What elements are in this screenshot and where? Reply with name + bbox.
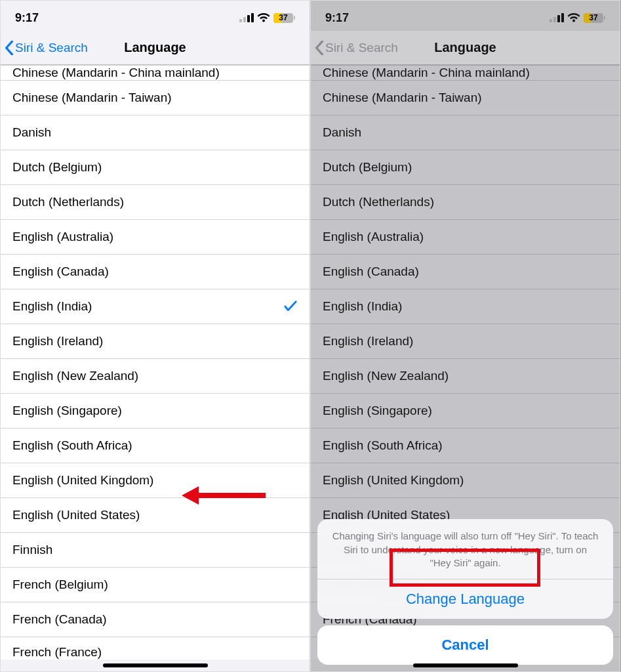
list-item[interactable]: Dutch (Netherlands): [311, 185, 620, 220]
list-item[interactable]: English (Ireland): [311, 324, 620, 359]
language-label: French (Belgium): [12, 578, 108, 592]
language-label: English (Australia): [323, 230, 424, 244]
list-item[interactable]: English (Australia): [311, 220, 620, 255]
language-label: English (Australia): [12, 230, 113, 244]
checkmark-icon: [283, 299, 298, 314]
list-item[interactable]: Danish: [311, 116, 620, 150]
page-title: Language: [124, 40, 186, 55]
list-item[interactable]: English (Singapore): [1, 394, 310, 429]
back-button[interactable]: Siri & Search: [315, 31, 398, 64]
action-sheet: Changing Siri's language will also turn …: [317, 519, 613, 665]
language-label: English (India): [323, 299, 402, 314]
language-label: Chinese (Mandarin - Taiwan): [323, 91, 482, 105]
cellular-icon: [239, 13, 254, 22]
language-label: Finnish: [12, 543, 52, 557]
back-label: Siri & Search: [325, 41, 398, 55]
list-item[interactable]: English (Australia): [1, 220, 310, 255]
list-item[interactable]: English (South Africa): [1, 429, 310, 463]
language-label: English (United Kingdom): [323, 473, 464, 488]
language-list[interactable]: Chinese (Mandarin - China mainland)Chine…: [1, 65, 310, 660]
language-label: English (South Africa): [323, 438, 443, 453]
status-icons: 37: [239, 13, 295, 23]
language-label: French (France): [12, 645, 102, 660]
list-item[interactable]: French (France): [1, 637, 310, 660]
language-label: English (India): [12, 299, 92, 314]
language-label: English (New Zealand): [12, 369, 138, 383]
language-label: Dutch (Belgium): [12, 160, 102, 175]
sheet-group: Changing Siri's language will also turn …: [317, 519, 613, 619]
list-item[interactable]: Chinese (Mandarin - China mainland): [1, 65, 310, 81]
list-item[interactable]: French (Belgium): [1, 568, 310, 602]
statusbar: 9:17 37: [1, 1, 310, 31]
change-language-button[interactable]: Change Language: [317, 579, 613, 619]
wifi-icon: [257, 13, 270, 23]
language-label: English (Singapore): [323, 404, 432, 418]
language-label: English (Ireland): [12, 334, 103, 348]
chevron-left-icon: [5, 41, 14, 55]
language-label: French (Canada): [12, 612, 107, 627]
battery-icon: 37: [584, 13, 605, 23]
home-indicator[interactable]: [413, 663, 518, 667]
language-label: Danish: [323, 125, 361, 140]
nav-header: Siri & Search Language: [311, 31, 620, 65]
battery-level: 37: [584, 13, 603, 22]
list-item[interactable]: English (Canada): [311, 255, 620, 289]
list-item[interactable]: Danish: [1, 116, 310, 150]
screen-right: 9:17 37 Siri & Search Language Chinese (…: [310, 0, 620, 672]
list-item[interactable]: Chinese (Mandarin - China mainland): [311, 65, 620, 81]
wifi-icon: [567, 13, 580, 23]
list-item[interactable]: English (New Zealand): [1, 359, 310, 394]
time-label: 9:17: [15, 11, 39, 25]
list-item[interactable]: Dutch (Belgium): [311, 150, 620, 185]
statusbar: 9:17 37: [311, 1, 620, 31]
list-item[interactable]: English (South Africa): [311, 429, 620, 463]
nav-header: Siri & Search Language: [1, 31, 310, 65]
language-label: Dutch (Netherlands): [12, 195, 124, 209]
language-label: English (Ireland): [323, 334, 413, 348]
cellular-icon: [550, 13, 564, 22]
language-label: English (South Africa): [12, 438, 132, 453]
language-label: English (Canada): [323, 264, 419, 279]
list-item[interactable]: Dutch (Netherlands): [1, 185, 310, 220]
status-icons: 37: [550, 13, 605, 23]
list-item[interactable]: English (United States): [1, 498, 310, 533]
list-item[interactable]: English (Canada): [1, 255, 310, 289]
language-label: English (New Zealand): [323, 369, 449, 383]
language-label: Chinese (Mandarin - Taiwan): [12, 91, 172, 105]
list-item[interactable]: French (Canada): [1, 602, 310, 637]
list-item[interactable]: English (Singapore): [311, 394, 620, 429]
screen-left: 9:17 37 Siri & Search Language Chinese (…: [0, 0, 310, 672]
sheet-message: Changing Siri's language will also turn …: [317, 519, 613, 579]
home-indicator[interactable]: [103, 663, 208, 667]
cancel-button[interactable]: Cancel: [317, 625, 613, 665]
language-label: Dutch (Netherlands): [323, 195, 434, 209]
language-label: English (Canada): [12, 264, 109, 279]
list-item[interactable]: Dutch (Belgium): [1, 150, 310, 185]
back-label: Siri & Search: [15, 41, 88, 55]
list-item[interactable]: English (United Kingdom): [1, 463, 310, 498]
back-button[interactable]: Siri & Search: [5, 31, 88, 64]
list-item[interactable]: Chinese (Mandarin - Taiwan): [1, 81, 310, 116]
list-item[interactable]: English (New Zealand): [311, 359, 620, 394]
language-label: Dutch (Belgium): [323, 160, 412, 175]
battery-level: 37: [273, 13, 293, 22]
list-item[interactable]: Finnish: [1, 533, 310, 568]
language-label: Chinese (Mandarin - China mainland): [323, 66, 530, 80]
cancel-group: Cancel: [317, 625, 613, 665]
time-label: 9:17: [325, 11, 349, 25]
page-title: Language: [434, 40, 496, 55]
list-item[interactable]: English (United Kingdom): [311, 463, 620, 498]
language-label: Danish: [12, 125, 51, 140]
language-label: Chinese (Mandarin - China mainland): [12, 66, 220, 80]
list-item[interactable]: English (India): [311, 289, 620, 324]
list-item[interactable]: English (India): [1, 289, 310, 324]
list-item[interactable]: Chinese (Mandarin - Taiwan): [311, 81, 620, 116]
list-item[interactable]: English (Ireland): [1, 324, 310, 359]
chevron-left-icon: [315, 41, 324, 55]
language-label: English (United Kingdom): [12, 473, 153, 488]
language-label: English (United States): [12, 508, 140, 522]
language-label: English (Singapore): [12, 404, 122, 418]
battery-icon: 37: [273, 13, 295, 23]
